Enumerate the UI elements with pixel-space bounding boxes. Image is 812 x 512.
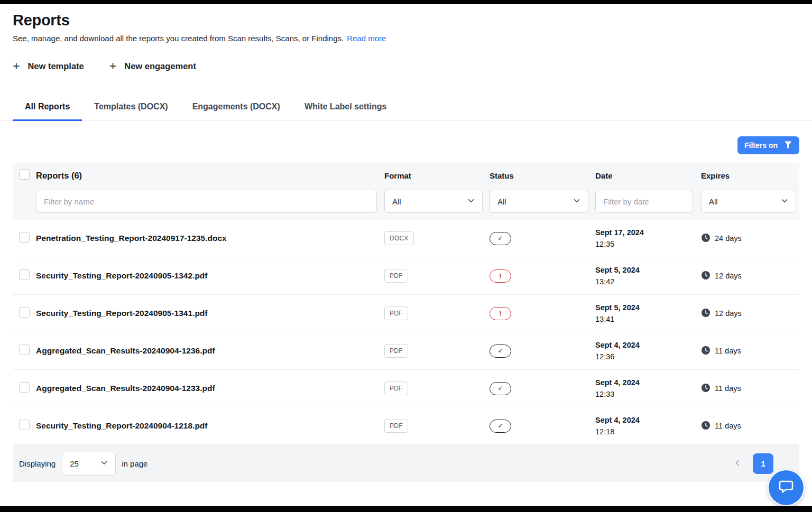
row-checkbox[interactable] [19,382,30,393]
status-glyph: ✓ [497,422,503,430]
new-engagement-label: New engagement [124,61,196,71]
column-header-date: Date [595,171,701,180]
table-row: Penetration_Testing_Report-20240917-1235… [13,220,799,257]
table-row: Security_Testing_Report-20240905-1342.pd… [13,257,799,295]
expires-cell: 11 days [701,421,799,432]
report-name[interactable]: Security_Testing_Report-20240905-1342.pd… [36,271,384,281]
chevron-left-icon [733,459,742,469]
filters-on-label: Filters on [744,141,778,150]
format-badge: PDF [384,381,408,395]
report-date: Sept 4, 2024 [595,378,701,387]
table-row: Aggregated_Scan_Results-20240904-1233.pd… [13,370,799,407]
displaying-label: Displaying [19,459,56,468]
pagination-bar: Displaying 25 in page 1 [13,445,799,482]
expires-filter-value: All [709,197,718,206]
report-time: 12:18 [595,427,701,436]
row-checkbox[interactable] [19,345,30,355]
report-time: 12:35 [595,240,701,248]
page-subtitle-text: See, manage, and download all the report… [13,34,344,43]
format-filter-select[interactable]: All [384,190,483,213]
status-error-icon: ! [490,269,511,283]
report-name[interactable]: Aggregated_Scan_Results-20240904-1233.pd… [36,384,384,393]
status-success-icon: ✓ [490,382,511,395]
status-glyph: ! [499,272,501,280]
chat-bubble-icon [778,478,795,497]
date-cell: Sept 4, 2024 12:18 [595,416,701,436]
status-success-icon: ✓ [490,420,511,433]
date-filter-input[interactable] [595,190,693,213]
report-date: Sept 17, 2024 [595,228,701,237]
tab-engagements-docx[interactable]: Engagements (DOCX) [180,95,292,121]
status-glyph: ✓ [497,385,503,392]
chevron-down-icon [467,197,475,206]
status-error-icon: ! [490,307,511,320]
format-badge: DOCX [384,231,414,245]
report-name[interactable]: Security_Testing_Report-20240904-1218.pd… [36,421,384,431]
read-more-link[interactable]: Read more [347,34,386,43]
report-time: 13:42 [595,277,701,286]
report-time: 12:36 [595,352,701,361]
clock-icon [701,308,710,319]
top-black-bar [0,0,812,4]
chevron-down-icon [100,459,108,468]
date-cell: Sept 5, 2024 13:41 [595,303,701,323]
row-checkbox[interactable] [19,420,30,430]
previous-page-button[interactable] [733,459,742,469]
clock-icon [701,421,710,432]
status-filter-value: All [497,197,506,206]
report-date: Sept 4, 2024 [595,341,701,349]
in-page-label: in page [122,459,147,468]
expires-cell: 24 days [701,233,799,244]
tab-templates-docx[interactable]: Templates (DOCX) [82,95,180,121]
column-header-expires: Expires [701,171,799,180]
filters-on-button[interactable]: Filters on [737,136,799,154]
page-title: Reports [13,12,799,29]
name-filter-input[interactable] [36,190,377,213]
table-row: Security_Testing_Report-20240904-1218.pd… [13,407,799,445]
select-all-checkbox[interactable] [19,169,30,180]
expires-text: 11 days [715,347,741,355]
row-checkbox[interactable] [19,269,30,280]
report-name[interactable]: Security_Testing_Report-20240905-1341.pd… [36,309,384,318]
page-size-select[interactable]: 25 [62,452,116,476]
plus-icon: + [13,60,20,72]
format-badge: PDF [384,344,408,358]
expires-text: 11 days [715,384,741,393]
reports-table: Reports (6) Format Status Date Expires A… [13,163,799,482]
pager: 1 [733,453,773,474]
clock-icon [701,383,710,394]
chevron-down-icon [781,197,788,206]
expires-text: 11 days [715,422,741,430]
column-header-format: Format [384,171,490,180]
date-cell: Sept 4, 2024 12:33 [595,378,701,398]
expires-cell: 12 days [701,308,799,319]
funnel-icon [784,141,792,151]
status-glyph: ✓ [497,347,503,355]
table-header-row: Reports (6) Format Status Date Expires [13,163,799,188]
status-filter-select[interactable]: All [490,190,588,213]
report-date: Sept 5, 2024 [595,303,701,312]
row-checkbox[interactable] [19,307,30,318]
clock-icon [701,346,710,357]
report-name[interactable]: Aggregated_Scan_Results-20240904-1236.pd… [36,346,384,356]
expires-filter-select[interactable]: All [701,190,796,213]
column-header-reports: Reports (6) [36,171,384,181]
date-cell: Sept 5, 2024 13:42 [595,266,701,286]
clock-icon [701,233,710,244]
table-filter-row: All All All [13,188,799,220]
format-filter-value: All [392,197,401,206]
column-header-status: Status [490,171,595,180]
table-row: Security_Testing_Report-20240905-1341.pd… [13,295,799,332]
tab-all-reports[interactable]: All Reports [13,95,82,121]
expires-cell: 11 days [701,346,799,357]
page-1-button[interactable]: 1 [753,453,773,474]
new-engagement-button[interactable]: + New engagement [109,60,196,72]
report-name[interactable]: Penetration_Testing_Report-20240917-1235… [36,234,384,243]
tab-white-label-settings[interactable]: White Label settings [292,95,399,121]
date-cell: Sept 4, 2024 12:36 [595,341,701,361]
new-template-button[interactable]: + New template [13,60,84,72]
date-cell: Sept 17, 2024 12:35 [595,228,701,248]
page-subtitle: See, manage, and download all the report… [13,34,799,43]
chat-widget-button[interactable] [769,470,804,505]
row-checkbox[interactable] [19,232,30,243]
